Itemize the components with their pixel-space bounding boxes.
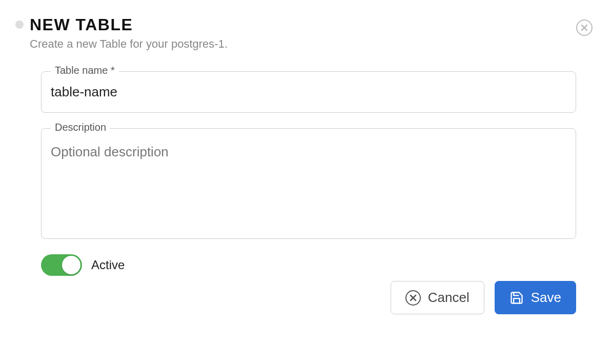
save-button-label: Save bbox=[531, 290, 561, 306]
table-name-input[interactable] bbox=[42, 72, 576, 112]
active-toggle[interactable] bbox=[41, 254, 82, 276]
description-input[interactable] bbox=[42, 129, 576, 236]
modal-subtitle: Create a new Table for your postgres-1. bbox=[30, 37, 576, 51]
modal-title: NEW TABLE bbox=[30, 15, 576, 34]
save-icon bbox=[509, 291, 524, 305]
cancel-icon bbox=[405, 290, 421, 306]
close-icon bbox=[581, 24, 588, 31]
active-toggle-row: Active bbox=[41, 254, 576, 276]
header-text-block: NEW TABLE Create a new Table for your po… bbox=[30, 15, 576, 51]
description-fieldset: Description bbox=[41, 128, 576, 239]
new-table-modal: NEW TABLE Create a new Table for your po… bbox=[0, 0, 612, 330]
table-name-fieldset: Table name * bbox=[41, 71, 576, 113]
status-dot-icon bbox=[15, 21, 24, 29]
toggle-knob-icon bbox=[62, 256, 80, 274]
cancel-button-label: Cancel bbox=[428, 290, 470, 306]
cancel-button[interactable]: Cancel bbox=[391, 281, 484, 314]
modal-header: NEW TABLE Create a new Table for your po… bbox=[15, 15, 576, 51]
button-row: Cancel Save bbox=[41, 281, 576, 314]
form-body: Table name * Description Active Cancel bbox=[41, 71, 576, 314]
save-button[interactable]: Save bbox=[495, 281, 576, 314]
table-name-label: Table name * bbox=[51, 65, 119, 76]
description-label: Description bbox=[51, 122, 110, 133]
active-toggle-label: Active bbox=[91, 258, 125, 272]
close-button[interactable] bbox=[576, 19, 593, 36]
